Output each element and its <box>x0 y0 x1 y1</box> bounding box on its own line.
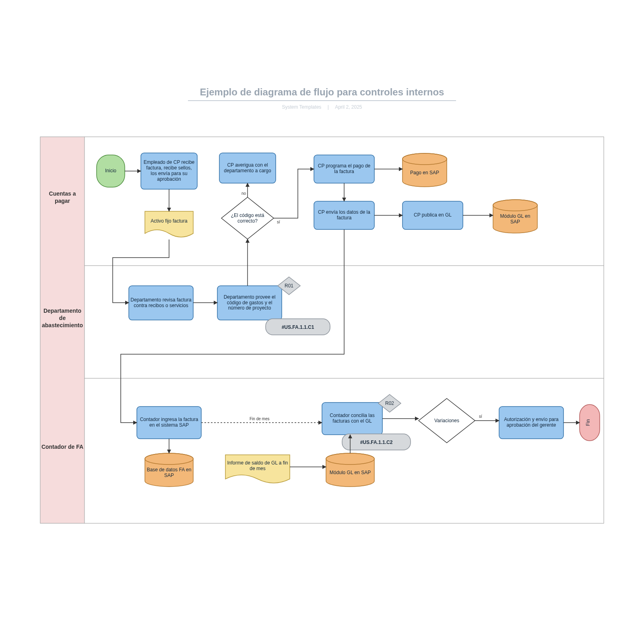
svg-text:Fin de mes: Fin de mes <box>250 417 269 421</box>
process-post-gl: CP publica en GL <box>402 201 463 229</box>
process-dept-review: Departamento revisa factura contra recib… <box>129 286 193 320</box>
process-reconcile-gl: Contador concilia las facturas con el GL <box>322 402 382 435</box>
svg-text:sí: sí <box>277 220 280 224</box>
process-send-invoice-data: CP envía los datos de la factura <box>314 201 374 229</box>
svg-text:#US.FA.1.1.C1: #US.FA.1.1.C1 <box>282 324 314 330</box>
datastore-gl-module-1: Módulo GL en SAP <box>493 200 537 233</box>
svg-rect-4 <box>85 378 604 523</box>
control-c2: #US.FA.1.1.C2 <box>342 434 411 450</box>
process-inquire-dept: CP averigua con el departamento a cargo <box>219 153 276 183</box>
end-terminator: Fin <box>580 405 600 441</box>
process-schedule-payment: CP programa el pago de la factura <box>314 155 374 183</box>
svg-text:#US.FA.1.1.C2: #US.FA.1.1.C2 <box>360 440 393 445</box>
datastore-gl-module-2: Módulo GL en SAP <box>326 453 374 487</box>
svg-text:R01: R01 <box>285 283 293 289</box>
process-manager-approval: Autorización y envío para aprobación del… <box>499 407 564 439</box>
flow-diagram: Cuentas apagar Departamentodeabastecimie… <box>0 0 644 644</box>
datastore-fa-sap: Base de datos FA en SAP <box>145 453 193 487</box>
start-terminator: Inicio <box>97 155 125 187</box>
datastore-payment-sap: Pago en SAP <box>402 153 447 187</box>
process-dept-provide-code: Departamento provee el código de gastos … <box>217 286 282 320</box>
svg-text:sí: sí <box>479 414 482 419</box>
control-c1: #US.FA.1.1.C1 <box>266 319 330 335</box>
svg-text:no: no <box>242 191 246 196</box>
svg-text:Fin: Fin <box>585 419 591 426</box>
process-enter-invoice-sap: Contador ingresa la factura en el sistem… <box>137 407 201 439</box>
lane-label-fa: Contador de FA <box>41 444 83 450</box>
svg-text:R02: R02 <box>385 400 394 406</box>
process-receive-invoice: Empleado de CP recibe factura, recibe se… <box>141 153 197 189</box>
